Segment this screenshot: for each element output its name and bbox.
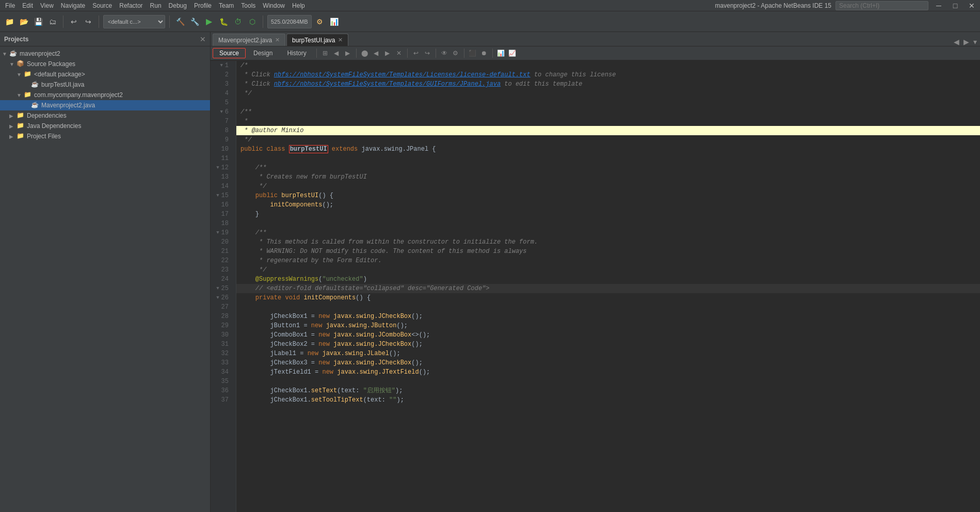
line-number: 33 <box>213 358 232 367</box>
menubar-team[interactable]: Team <box>216 1 237 10</box>
profile-snap-btn[interactable]: 📊 <box>328 15 341 28</box>
fold-icon[interactable]: ▼ <box>214 163 219 172</box>
build-btn[interactable]: 🔨 <box>174 15 186 28</box>
fold-icon[interactable]: ▼ <box>218 61 223 70</box>
line-number: ▼1 <box>213 61 232 70</box>
menubar-run[interactable]: Run <box>147 1 165 10</box>
tree-item-project-files[interactable]: ▶ 📁 Project Files <box>0 131 210 141</box>
code-editor[interactable]: ▼1 2 3 4 5▼6 7 8 9 10 11▼12 13 14▼15 16 … <box>211 61 980 512</box>
menubar-right: mavenproject2 - Apache NetBeans IDE 15 ─… <box>715 0 978 12</box>
open-btn[interactable]: 📂 <box>18 15 30 28</box>
next-breakpoint[interactable]: ▶ <box>382 48 393 58</box>
history-tab[interactable]: History <box>280 48 313 58</box>
code-line: jCheckBox3 = new javax.swing.JCheckBox()… <box>236 358 980 367</box>
jump-fwd[interactable]: ↪ <box>422 48 432 58</box>
line-number: 3 <box>213 79 232 89</box>
code-content[interactable]: /* * Click nbfs://nbhost/SystemFileSyste… <box>236 61 980 512</box>
panel-close-btn[interactable]: ✕ <box>200 35 206 43</box>
tab-nav-right[interactable]: ▶ <box>962 38 970 46</box>
tree-item-java-dependencies[interactable]: ▶ 📁 Java Dependencies <box>0 121 210 131</box>
menubar-debug[interactable]: Debug <box>166 1 190 10</box>
code-line: jCheckBox1 = new javax.swing.JCheckBox()… <box>236 312 980 321</box>
undo-btn[interactable]: ↩ <box>68 15 80 28</box>
project-icon: ☕ <box>9 50 18 58</box>
menubar-help[interactable]: Help <box>289 1 308 10</box>
clear-breakpoints[interactable]: ✕ <box>394 48 404 58</box>
close-btn[interactable]: ✕ <box>966 0 978 12</box>
next-bookmark[interactable]: ▶ <box>343 48 353 58</box>
tree-item-default-package[interactable]: ▼ 📁 <default package> <box>0 69 210 79</box>
tree-item-source-packages[interactable]: ▼ 📦 Source Packages <box>0 59 210 69</box>
gc-btn[interactable]: ⚙ <box>314 15 326 28</box>
sep <box>464 49 464 58</box>
config-dropdown[interactable]: <default c...> <box>103 15 165 28</box>
minimize-btn[interactable]: ─ <box>933 0 945 12</box>
new-project-btn[interactable]: 📁 <box>3 15 15 28</box>
line-number: 28 <box>213 312 232 321</box>
menubar-source[interactable]: Source <box>89 1 115 10</box>
tree-item-mavenproject2-java[interactable]: ☕ Mavenproject2.java <box>0 100 210 110</box>
tab-nav-left[interactable]: ◀ <box>953 38 960 46</box>
sep <box>436 49 436 58</box>
run-project-btn[interactable]: ▶ <box>203 15 215 28</box>
fold-icon[interactable]: ▼ <box>214 284 219 293</box>
line-number: 16 <box>213 200 232 210</box>
design-tab[interactable]: Design <box>247 48 279 58</box>
profile-project-btn[interactable]: ⏱ <box>232 15 244 28</box>
chart2[interactable]: 📈 <box>507 48 518 58</box>
fold-icon[interactable]: ▼ <box>218 107 223 117</box>
menubar-navigate[interactable]: Navigate <box>58 1 88 10</box>
tree-item-mavenproject2[interactable]: ▼ ☕ mavenproject2 <box>0 49 210 59</box>
chart1[interactable]: 📊 <box>496 48 506 58</box>
jump-back[interactable]: ↩ <box>411 48 421 58</box>
record-macro[interactable]: ⏺ <box>479 48 489 58</box>
menubar-profile[interactable]: Profile <box>191 1 215 10</box>
add-watch[interactable]: 👁 <box>439 48 449 58</box>
debug-project-btn[interactable]: 🐛 <box>217 15 230 28</box>
line-number: 22 <box>213 256 232 265</box>
save-btn[interactable]: 💾 <box>32 15 44 28</box>
prev-bookmark[interactable]: ◀ <box>331 48 342 58</box>
source-tab[interactable]: Source <box>213 48 246 58</box>
test-btn[interactable]: ⬡ <box>246 15 259 28</box>
line-number: 23 <box>213 265 232 275</box>
java-file-icon: ☕ <box>31 81 39 89</box>
fold-icon[interactable]: ▼ <box>214 191 219 200</box>
maximize-btn[interactable]: □ <box>949 0 961 12</box>
line-number: 27 <box>213 302 232 312</box>
prev-breakpoint[interactable]: ◀ <box>371 48 381 58</box>
menubar-refactor[interactable]: Refactor <box>116 1 146 10</box>
line-number: 9 <box>213 135 232 145</box>
tab-nav-list[interactable]: ▾ <box>972 38 978 46</box>
stop-btn[interactable]: ⬛ <box>468 48 478 58</box>
tree-item-dependencies[interactable]: ▶ 📁 Dependencies <box>0 110 210 121</box>
line-number: 4 <box>213 89 232 98</box>
fold-icon[interactable]: ▼ <box>214 293 219 302</box>
menubar-window[interactable]: Window <box>260 1 288 10</box>
line-number: 29 <box>213 321 232 330</box>
search-input[interactable] <box>836 1 928 10</box>
memory-btn[interactable]: 525.0/2084MB <box>267 15 312 28</box>
tab-mavenproject2[interactable]: Mavenproject2.java ✕ <box>213 34 285 46</box>
tree-arrow: ▶ <box>9 113 17 119</box>
menubar-tools[interactable]: Tools <box>238 1 259 10</box>
main-layout: Projects ✕ ▼ ☕ mavenproject2 ▼ 📦 Source … <box>0 32 980 512</box>
panel-title: Projects <box>4 36 28 43</box>
tree-item-burptestui[interactable]: ☕ burpTestUI.java <box>0 79 210 90</box>
clean-build-btn[interactable]: 🔧 <box>188 15 201 28</box>
toggle-breakpoint[interactable]: ⬤ <box>360 48 370 58</box>
tab-close-btn[interactable]: ✕ <box>338 37 343 43</box>
redo-btn[interactable]: ↪ <box>82 15 94 28</box>
menubar-view[interactable]: View <box>37 1 57 10</box>
fold-icon[interactable]: ▼ <box>214 228 219 237</box>
save-all-btn[interactable]: 🗂 <box>46 15 59 28</box>
line-number: 13 <box>213 172 232 182</box>
code-line: */ <box>236 182 980 191</box>
menubar-edit[interactable]: Edit <box>19 1 36 10</box>
tree-item-com-package[interactable]: ▼ 📁 com.mycompany.mavenproject2 <box>0 90 210 100</box>
tab-burptestui[interactable]: burpTestUI.java ✕ <box>286 34 348 46</box>
menubar-file[interactable]: File <box>2 1 18 10</box>
breakpoint-options[interactable]: ⚙ <box>451 48 461 58</box>
tab-close-btn[interactable]: ✕ <box>275 37 280 43</box>
toggle-bookmark[interactable]: ⊞ <box>320 48 330 58</box>
